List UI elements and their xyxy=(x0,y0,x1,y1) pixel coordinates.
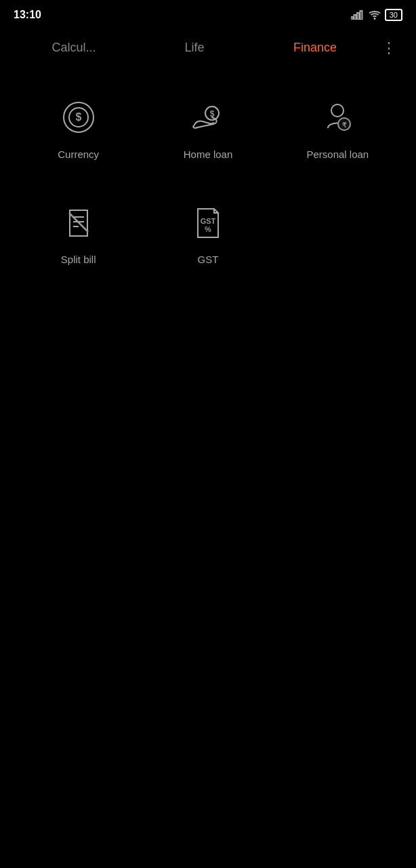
tab-calculu[interactable]: Calcul... xyxy=(14,37,134,59)
status-icons: 30 xyxy=(351,9,402,21)
svg-rect-2 xyxy=(357,13,359,20)
svg-rect-1 xyxy=(354,15,356,20)
personal-loan-icon: ₹ xyxy=(317,97,358,138)
currency-label: Currency xyxy=(58,149,99,160)
gst-label: GST xyxy=(198,254,219,265)
top-nav: Calcul... Life Finance ⋮ xyxy=(0,27,416,66)
currency-icon: $ xyxy=(58,97,99,138)
empty-item xyxy=(273,191,402,276)
finance-grid: $ Currency $ Home loan xyxy=(0,66,416,303)
svg-rect-0 xyxy=(351,17,353,20)
svg-line-16 xyxy=(69,213,88,232)
home-loan-item[interactable]: $ Home loan xyxy=(143,86,272,171)
tab-finance[interactable]: Finance xyxy=(255,37,375,59)
svg-text:₹: ₹ xyxy=(342,121,347,129)
svg-text:$: $ xyxy=(210,109,215,119)
tab-life[interactable]: Life xyxy=(134,37,255,59)
more-menu-button[interactable]: ⋮ xyxy=(375,39,402,57)
split-bill-item[interactable]: $ Split bill xyxy=(14,191,143,276)
grid-row-1: $ Currency $ Home loan xyxy=(14,86,402,171)
svg-rect-3 xyxy=(360,11,362,20)
gst-item[interactable]: GST % GST xyxy=(143,191,272,276)
currency-item[interactable]: $ Currency xyxy=(14,86,143,171)
home-loan-icon: $ xyxy=(188,97,228,138)
grid-row-2: $ Split bill GST % GST xyxy=(14,191,402,276)
personal-loan-item[interactable]: ₹ Personal loan xyxy=(273,86,402,171)
svg-text:GST: GST xyxy=(201,217,216,225)
status-time: 13:10 xyxy=(14,9,41,21)
split-bill-icon: $ xyxy=(58,202,99,243)
svg-point-10 xyxy=(331,104,344,117)
home-loan-label: Home loan xyxy=(184,149,233,160)
wifi-icon xyxy=(369,10,381,20)
svg-text:%: % xyxy=(205,225,211,233)
status-bar: 13:10 30 xyxy=(0,0,416,27)
signal-icon xyxy=(351,10,365,20)
personal-loan-label: Personal loan xyxy=(306,149,369,160)
svg-text:$: $ xyxy=(75,111,81,123)
battery-icon: 30 xyxy=(385,9,402,21)
svg-point-4 xyxy=(374,18,375,19)
gst-icon: GST % xyxy=(188,202,228,243)
split-bill-label: Split bill xyxy=(61,254,96,265)
